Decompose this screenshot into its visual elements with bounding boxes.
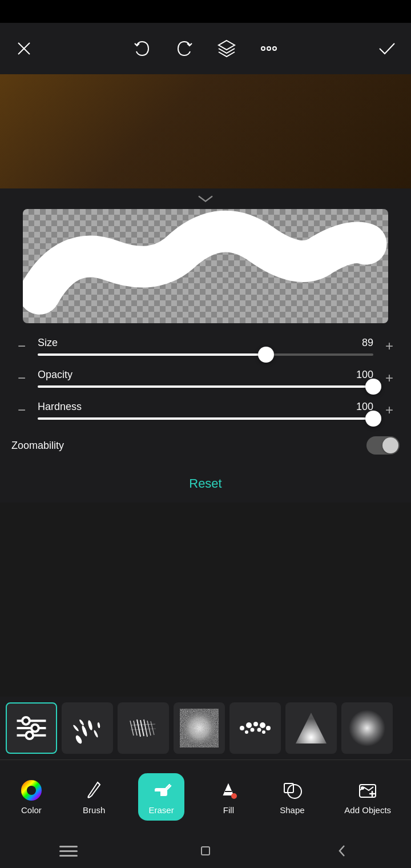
svg-marker-2	[219, 41, 235, 50]
reset-button[interactable]: Reset	[189, 476, 221, 491]
hardness-slider-track[interactable]	[38, 417, 373, 420]
hardness-slider-fill	[38, 417, 373, 420]
shape-icon	[281, 779, 304, 802]
svg-point-49	[288, 785, 301, 798]
opacity-increase-button[interactable]: +	[379, 368, 400, 388]
add-objects-tool-label: Add Objects	[344, 805, 391, 815]
brush-item-dots[interactable]	[229, 702, 281, 754]
brush-item-rough[interactable]	[118, 702, 169, 754]
hardness-label: Hardness	[38, 401, 82, 413]
hardness-slider-thumb[interactable]	[365, 411, 381, 427]
brush-item-scatter[interactable]	[62, 702, 113, 754]
size-slider-thumb[interactable]	[258, 347, 274, 363]
eraser-tool-label: Eraser	[148, 805, 174, 815]
svg-line-20	[130, 721, 134, 736]
svg-point-34	[266, 726, 271, 730]
opacity-slider-track[interactable]	[38, 385, 373, 388]
opacity-slider-thumb[interactable]	[365, 379, 381, 395]
svg-point-29	[183, 712, 215, 744]
close-button[interactable]	[11, 36, 37, 61]
confirm-button[interactable]	[374, 36, 400, 61]
svg-point-52	[361, 786, 364, 790]
layers-button[interactable]	[214, 36, 239, 61]
svg-point-38	[257, 728, 261, 732]
svg-marker-39	[296, 713, 327, 744]
redo-button[interactable]	[172, 36, 197, 61]
svg-line-24	[144, 720, 147, 737]
shape-tool[interactable]: Shape	[273, 774, 311, 819]
svg-point-11	[26, 732, 33, 739]
hardness-slider-container: Hardness 100	[32, 401, 379, 420]
toggle-knob	[382, 437, 398, 453]
svg-rect-45	[155, 791, 160, 796]
svg-line-25	[147, 721, 151, 736]
brush-tool[interactable]: Brush	[76, 774, 112, 819]
nav-bar	[0, 834, 411, 868]
zoomability-toggle[interactable]	[366, 436, 400, 455]
controls-panel: − Size 89 + − Opacity 100 +	[0, 330, 411, 503]
add-objects-tool[interactable]: Add Objects	[337, 774, 398, 819]
svg-line-21	[134, 721, 137, 736]
svg-line-26	[151, 721, 154, 735]
svg-point-32	[253, 722, 258, 726]
zoomability-row: Zoomability	[11, 426, 400, 460]
back-nav-button[interactable]	[332, 841, 353, 861]
svg-point-3	[261, 47, 265, 50]
opacity-slider-fill	[38, 385, 373, 388]
svg-line-28	[131, 729, 156, 730]
svg-point-14	[87, 720, 93, 731]
opacity-row: − Opacity 100 +	[11, 362, 400, 394]
svg-point-4	[267, 47, 271, 50]
toolbar	[0, 23, 411, 74]
svg-point-35	[245, 730, 248, 734]
undo-button[interactable]	[130, 36, 155, 61]
brush-item-grain[interactable]	[174, 702, 225, 754]
more-button[interactable]	[256, 36, 281, 61]
hardness-increase-button[interactable]: +	[379, 400, 400, 420]
bottom-toolbar: Color Brush Eraser	[0, 760, 411, 834]
svg-point-9	[22, 717, 30, 725]
color-tool-label: Color	[21, 805, 42, 815]
menu-nav-button[interactable]	[58, 841, 79, 861]
svg-point-16	[79, 719, 84, 726]
size-row: − Size 89 +	[11, 330, 400, 362]
opacity-slider-container: Opacity 100	[32, 369, 379, 388]
size-decrease-button[interactable]: −	[11, 336, 32, 356]
svg-rect-55	[202, 847, 209, 855]
opacity-label: Opacity	[38, 369, 72, 381]
eraser-tool[interactable]: Eraser	[138, 773, 184, 821]
brush-icon	[83, 779, 106, 802]
svg-point-48	[231, 793, 237, 799]
fill-tool[interactable]: Fill	[210, 774, 247, 819]
svg-point-17	[97, 722, 100, 729]
brush-item-settings[interactable]	[6, 702, 57, 754]
add-objects-icon	[356, 779, 379, 802]
brush-preview-area	[23, 209, 388, 323]
svg-point-30	[240, 726, 244, 730]
svg-point-15	[93, 730, 99, 738]
svg-line-22	[137, 720, 140, 737]
color-tool[interactable]: Color	[13, 774, 50, 819]
home-nav-button[interactable]	[195, 841, 216, 861]
svg-point-31	[246, 722, 252, 728]
brush-item-triangle[interactable]	[285, 702, 337, 754]
svg-line-43	[98, 782, 100, 785]
panel-handle[interactable]	[0, 188, 411, 209]
hardness-row: − Hardness 100 +	[11, 394, 400, 426]
hardness-decrease-button[interactable]: −	[11, 400, 32, 420]
svg-point-13	[81, 725, 88, 737]
canvas-area[interactable]	[0, 74, 411, 188]
eraser-icon	[150, 779, 173, 802]
svg-point-42	[27, 786, 36, 795]
brush-item-soft[interactable]	[341, 702, 393, 754]
size-slider-track[interactable]	[38, 353, 373, 356]
size-increase-button[interactable]: +	[379, 336, 400, 356]
svg-point-10	[31, 725, 39, 732]
svg-point-18	[72, 724, 79, 732]
fill-tool-label: Fill	[223, 805, 234, 815]
brush-selector	[0, 697, 411, 760]
svg-point-5	[273, 47, 276, 50]
size-value: 89	[362, 337, 373, 349]
fill-icon	[217, 779, 240, 802]
opacity-decrease-button[interactable]: −	[11, 368, 32, 388]
